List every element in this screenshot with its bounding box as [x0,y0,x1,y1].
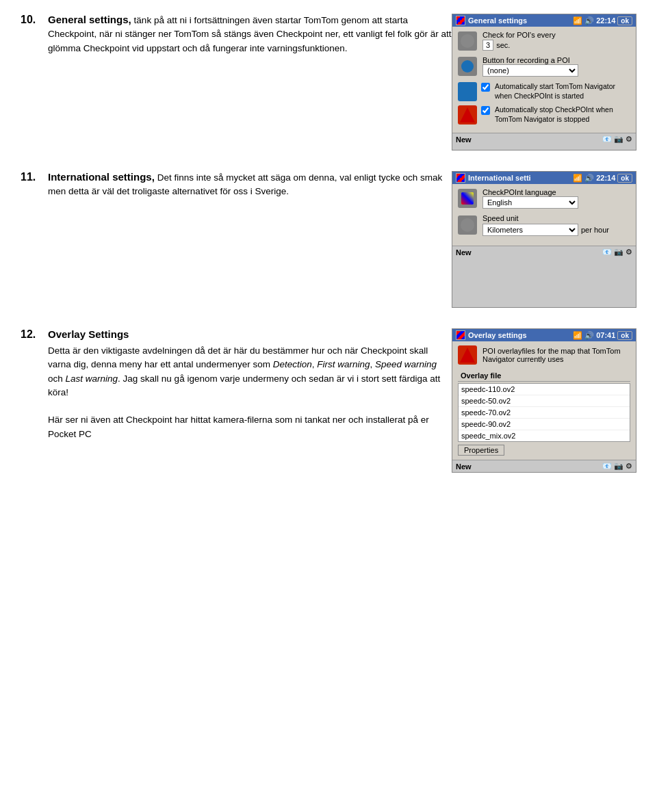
bottom-label-12: New [456,462,472,471]
warning-icon [460,107,475,122]
title-bar-10: General settings 📶 🔊 22:14 ok [452,14,636,27]
poi-check-content: Check for POI's every 3 sec. [482,31,556,51]
body1-em3: Speed warning [375,359,437,369]
title-bar-left-11: International setti [456,173,531,183]
checkbox1-label: Automatically start TomTom Navigator whe… [495,82,630,101]
body1-em2: First warning [317,359,370,369]
device-content-10: Check for POI's every 3 sec. Button for … [452,27,636,133]
section-10-device: General settings 📶 🔊 22:14 ok Check for … [452,14,636,150]
checkbox2-input[interactable] [481,106,490,115]
overlay-file-item-3[interactable]: speedc-90.ov2 [459,419,630,430]
section-12-number: 12. [21,328,41,341]
per-hour-label: per hour [581,226,609,234]
speedometer-icon [461,34,474,48]
poi-check-unit: sec. [496,41,510,49]
record-content: Button for recording a POI (none) [482,56,578,77]
checkbox1-label-row[interactable]: Automatically start TomTom Navigator whe… [481,82,630,101]
page: 10. General settings, tänk på att ni i f… [0,0,657,507]
section-12: 12. Overlay Settings Detta är den viktig… [21,328,636,473]
section-11-content: International settings, Det finns inte s… [48,171,452,199]
title-bar-12: Overlay settings 📶 🔊 07:41 ok [452,329,636,341]
checkbox1-content: Automatically start TomTom Navigator whe… [481,82,630,101]
ok-button-10[interactable]: ok [617,16,632,25]
device-content-12: POI overlayfiles for the map that TomTom… [452,341,636,460]
windows-flag-icon-11 [456,173,465,183]
overlay-file-item-4[interactable]: speedc_mix.ov2 [459,430,630,441]
overlay-file-item-0[interactable]: speedc-110.ov2 [459,384,630,395]
taskbar-icon1-12: 📧 [602,462,612,471]
section-10-text: 10. General settings, tänk på att ni i f… [21,14,452,55]
body1-sep2: , [370,359,376,369]
record-label: Button for recording a POI [482,56,578,64]
record-circle-icon [461,60,474,73]
overlay-file-item-2[interactable]: speedc-70.ov2 [459,407,630,419]
speed-value-row: Kilometers per hour [482,224,609,236]
windows-flag-icon [456,16,465,25]
poi-overlay-label: POI overlayfiles for the map that TomTom… [482,347,630,363]
speed-gauge-icon [461,218,474,232]
record-btn-row: Button for recording a POI (none) [458,56,630,77]
section-10-content: General settings, tänk på att ni i forts… [48,14,452,55]
section-11-number: 11. [21,171,41,183]
taskbar-icon2-11: 📷 [614,248,623,257]
taskbar-icon3-11: ⚙ [626,248,632,257]
title-bar-icons-12: 📶 🔊 07:41 ok [573,331,632,340]
section-11-text: 11. International settings, Det finns in… [21,171,452,199]
poi-check-label: Check for POI's every [482,31,556,39]
volume-icon-11: 🔊 [584,174,594,183]
section-10-title: General settings, [48,14,131,25]
overlay-file-header: Overlay file [458,370,630,382]
flag-icon [458,189,477,208]
section-10-heading-row: 10. General settings, tänk på att ni i f… [21,14,452,55]
taskbar-icon1-11: 📧 [602,248,612,257]
section-11: 11. International settings, Det finns in… [21,171,636,308]
language-select[interactable]: English [482,196,578,209]
title-bar-11: International setti 📶 🔊 22:14 ok [452,172,636,184]
section-11-title: International settings, [48,171,155,183]
ok-button-11[interactable]: ok [617,174,632,183]
body1-sep3: och [48,374,66,384]
title-bar-icons-11: 📶 🔊 22:14 ok [573,174,632,183]
time-10: 22:14 [596,16,615,25]
poi-check-value: 3 [482,40,493,51]
bottom-bar-icons-10: 📧 📷 ⚙ [602,135,632,144]
title-bar-left-10: General settings [456,16,527,25]
section-10: 10. General settings, tänk på att ni i f… [21,14,636,150]
overlay-file-list: speedc-110.ov2 speedc-50.ov2 speedc-70.o… [458,383,630,442]
volume-icon: 🔊 [584,16,594,25]
overlay-file-item-1[interactable]: speedc-50.ov2 [459,395,630,407]
checkbox2-content: Automatically stop CheckPOInt when TomTo… [481,105,630,124]
poi-overlay-icon [458,345,477,365]
poi-icon [458,31,477,51]
speed-select[interactable]: Kilometers [482,224,578,236]
ok-button-12[interactable]: ok [617,331,632,340]
record-select[interactable]: (none) [482,64,578,77]
section-12-text: 12. Overlay Settings Detta är den viktig… [21,328,452,441]
section-12-title: Overlay Settings [48,328,129,340]
bottom-label-11: New [456,248,472,257]
language-content: CheckPOInt language English [482,188,578,209]
signal-icon-11: 📶 [573,174,582,183]
bottom-bar-11: New 📧 📷 ⚙ [452,246,636,258]
time-11: 22:14 [596,174,615,182]
section-12-content: Overlay Settings Detta är den viktigaste… [48,328,452,441]
taskbar-icon3-12: ⚙ [626,462,632,471]
stop-icon [458,105,477,125]
section-12-body: Detta är den viktigaste avdelningen då d… [48,344,452,441]
title-bar-title-12: Overlay settings [468,331,527,339]
properties-button[interactable]: Properties [458,445,504,456]
bottom-bar-10: New 📧 📷 ⚙ [452,133,636,145]
speed-row: Speed unit Kilometers per hour [458,214,630,236]
checkbox1-row: Automatically start TomTom Navigator whe… [458,82,630,101]
signal-icon-12: 📶 [573,331,582,340]
section-11-device: International setti 📶 🔊 22:14 ok CheckPO… [452,171,636,308]
speed-label: Speed unit [482,214,609,222]
checkbox1-input[interactable] [481,83,490,92]
bottom-bar-icons-12: 📧 📷 ⚙ [602,462,632,471]
speed-content: Speed unit Kilometers per hour [482,214,609,236]
taskbar-icon2-12: 📷 [614,462,623,471]
language-row: CheckPOInt language English [458,188,630,209]
poi-overlay-content: POI overlayfiles for the map that TomTom… [482,347,630,363]
checkbox2-label-row[interactable]: Automatically stop CheckPOInt when TomTo… [481,105,630,124]
title-bar-title-11: International setti [468,174,531,182]
